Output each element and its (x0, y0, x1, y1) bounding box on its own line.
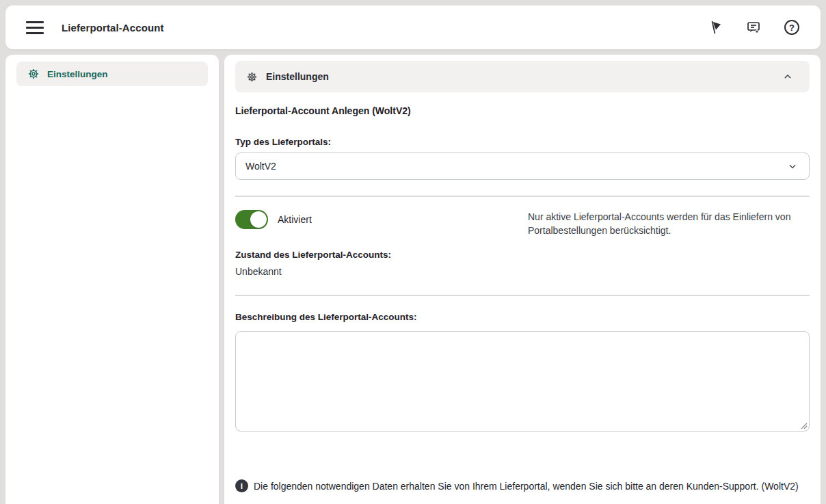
help-icon[interactable]: ? (784, 19, 800, 36)
gear-icon (27, 68, 40, 80)
toggle-hint-text: Nur aktive Lieferportal-Accounts werden … (528, 210, 810, 237)
top-bar: Lieferportal-Account ? (5, 5, 821, 49)
toggle-knob (250, 211, 267, 228)
toggle-group: Aktiviert (235, 210, 312, 229)
sidebar: Einstellungen (5, 55, 219, 504)
chevron-down-icon (786, 159, 799, 173)
info-icon: i (235, 479, 248, 492)
sidebar-item-einstellungen[interactable]: Einstellungen (16, 62, 208, 86)
topbar-actions: ? (707, 19, 800, 36)
toggle-label: Aktiviert (278, 214, 312, 225)
divider (235, 196, 810, 197)
page-title: Lieferportal-Account (62, 22, 164, 34)
gear-icon (246, 71, 258, 83)
description-textarea-wrap (235, 331, 810, 432)
active-toggle-row: Aktiviert Nur aktive Lieferportal-Accoun… (235, 210, 810, 237)
portal-type-select[interactable]: WoltV2 (235, 152, 810, 180)
feedback-message-star-icon[interactable] (745, 19, 762, 36)
description-textarea[interactable] (235, 331, 810, 432)
sidebar-item-label: Einstellungen (47, 69, 108, 79)
aktiviert-toggle[interactable] (235, 210, 268, 229)
flag-icon[interactable] (707, 19, 723, 36)
section-title: Einstellungen (266, 71, 329, 82)
divider (235, 295, 810, 296)
description-label: Beschreibung des Lieferportal-Accounts: (235, 312, 810, 322)
hamburger-menu-icon[interactable] (26, 21, 44, 34)
state-label: Zustand des Lieferportal-Accounts: (235, 250, 810, 260)
type-label: Typ des Lieferportals: (235, 137, 810, 147)
state-value: Unbekannt (235, 266, 810, 277)
form-heading: Lieferportal-Account Anlegen (WoltV2) (235, 105, 810, 116)
settings-section-header[interactable]: Einstellungen (235, 61, 810, 92)
main-panel: Einstellungen Lieferportal-Account Anleg… (224, 55, 821, 504)
info-note-text: Die folgenden notwendigen Daten erhalten… (254, 480, 799, 493)
help-question-glyph: ? (784, 20, 799, 35)
chevron-up-icon[interactable] (780, 68, 796, 85)
portal-type-selected-value: WoltV2 (245, 161, 276, 172)
page: Lieferportal-Account ? (0, 0, 826, 504)
info-note-row: i Die folgenden notwendigen Daten erhalt… (235, 480, 810, 493)
